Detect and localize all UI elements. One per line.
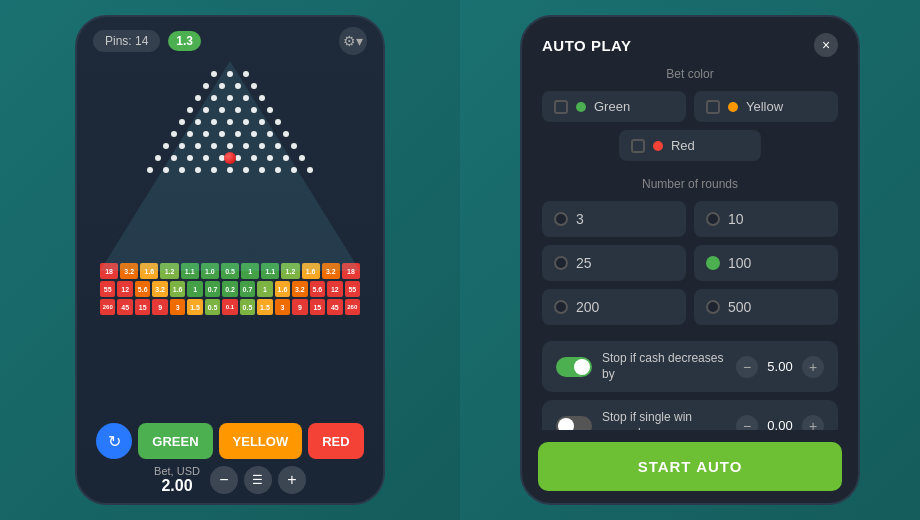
dots-container [100, 71, 360, 179]
green-dot [576, 102, 586, 112]
round-option-10[interactable]: 10 [694, 201, 838, 237]
phone-right: AUTO PLAY × Bet color Green Yellow [520, 15, 860, 505]
mult-cell: 3 [275, 299, 290, 315]
round-option-500[interactable]: 500 [694, 289, 838, 325]
round-radio-500[interactable] [706, 300, 720, 314]
dot [235, 107, 241, 113]
dot [291, 167, 297, 173]
dot-row [100, 167, 360, 173]
round-label-25: 25 [576, 255, 592, 271]
mult-cell: 1.5 [257, 299, 272, 315]
dot [307, 167, 313, 173]
dot [267, 107, 273, 113]
bet-label: Bet, USD [154, 465, 200, 477]
dot [243, 143, 249, 149]
dot [171, 131, 177, 137]
multiplier-rows: 18 3.2 1.6 1.2 1.1 1.0 0.5 1 1.1 1.2 1.6… [99, 263, 361, 317]
game-area: 18 3.2 1.6 1.2 1.1 1.0 0.5 1 1.1 1.2 1.6… [77, 61, 383, 415]
mult-cell: 0.5 [240, 299, 255, 315]
dot [299, 155, 305, 161]
mult-row: 55 12 5.6 3.2 1.6 1 0.7 0.2 0.7 1 1.6 3.… [99, 281, 361, 297]
mult-cell: 5.6 [135, 281, 150, 297]
dot [179, 119, 185, 125]
stop-cash-value: 5.00 [762, 359, 798, 374]
dot [227, 143, 233, 149]
round-option-200[interactable]: 200 [542, 289, 686, 325]
stop-win-row: Stop if single win exceeds − 0.00 + [542, 400, 838, 430]
dot-row-with-ball [100, 155, 360, 161]
bet-color-grid: Green Yellow [542, 91, 838, 122]
green-button[interactable]: GREEN [138, 423, 212, 459]
dot [283, 155, 289, 161]
rounds-label: Number of rounds [542, 177, 838, 191]
stop-win-decrease[interactable]: − [736, 415, 758, 430]
stop-cash-toggle[interactable] [556, 357, 592, 377]
dot [155, 155, 161, 161]
modal-body: Bet color Green Yellow Red [522, 67, 858, 430]
stop-win-toggle[interactable] [556, 416, 592, 430]
bet-decrease-button[interactable]: − [210, 466, 238, 494]
round-radio-3[interactable] [554, 212, 568, 226]
refresh-button[interactable]: ↻ [96, 423, 132, 459]
mult-cell: 55 [345, 281, 360, 297]
mult-cell: 15 [135, 299, 150, 315]
mult-cell: 45 [117, 299, 132, 315]
bet-stack-button[interactable]: ☰ [244, 466, 272, 494]
mult-cell: 45 [327, 299, 342, 315]
round-option-100[interactable]: 100 [694, 245, 838, 281]
toggle-knob [574, 359, 590, 375]
bet-amount: 2.00 [161, 477, 192, 495]
round-option-3[interactable]: 3 [542, 201, 686, 237]
dot [243, 167, 249, 173]
close-button[interactable]: × [814, 33, 838, 57]
settings-icon[interactable]: ⚙▾ [339, 27, 367, 55]
dot [195, 95, 201, 101]
dot [275, 167, 281, 173]
dot [187, 131, 193, 137]
dot [251, 131, 257, 137]
dot-row [100, 143, 360, 149]
dot [187, 107, 193, 113]
dot [219, 83, 225, 89]
stop-cash-text: Stop if cash decreases by [602, 351, 726, 382]
color-option-yellow[interactable]: Yellow [694, 91, 838, 122]
mult-cell: 5.6 [310, 281, 325, 297]
mult-cell: 0.1 [222, 299, 237, 315]
stop-win-increase[interactable]: + [802, 415, 824, 430]
dot-row [100, 131, 360, 137]
bet-controls: − ☰ + [210, 466, 306, 494]
color-option-red[interactable]: Red [619, 130, 761, 161]
round-radio-10[interactable] [706, 212, 720, 226]
dot [187, 155, 193, 161]
stop-cash-decrease[interactable]: − [736, 356, 758, 378]
stop-cash-increase[interactable]: + [802, 356, 824, 378]
yellow-checkbox[interactable] [706, 100, 720, 114]
dot [259, 167, 265, 173]
dot [211, 143, 217, 149]
dot [203, 107, 209, 113]
bet-color-label: Bet color [542, 67, 838, 81]
left-panel: Pins: 14 1.3 ⚙▾ [0, 0, 460, 520]
mult-cell: 1 [257, 281, 272, 297]
dot-row [100, 83, 360, 89]
round-radio-100[interactable] [706, 256, 720, 270]
mult-cell: 260 [345, 299, 360, 315]
stop-win-value: 0.00 [762, 418, 798, 430]
color-option-green[interactable]: Green [542, 91, 686, 122]
dot-row [100, 107, 360, 113]
round-option-25[interactable]: 25 [542, 245, 686, 281]
round-label-3: 3 [576, 211, 584, 227]
mult-cell: 1.6 [170, 281, 185, 297]
bet-increase-button[interactable]: + [278, 466, 306, 494]
dot [275, 119, 281, 125]
yellow-button[interactable]: YELLOW [219, 423, 303, 459]
start-auto-button[interactable]: START AUTO [538, 442, 842, 491]
round-radio-200[interactable] [554, 300, 568, 314]
bet-info: Bet, USD 2.00 [154, 465, 200, 495]
round-radio-25[interactable] [554, 256, 568, 270]
dot [235, 131, 241, 137]
bottom-controls: ↻ GREEN YELLOW RED Bet, USD 2.00 − ☰ + [77, 415, 383, 503]
red-checkbox[interactable] [631, 139, 645, 153]
green-checkbox[interactable] [554, 100, 568, 114]
red-button[interactable]: RED [308, 423, 363, 459]
